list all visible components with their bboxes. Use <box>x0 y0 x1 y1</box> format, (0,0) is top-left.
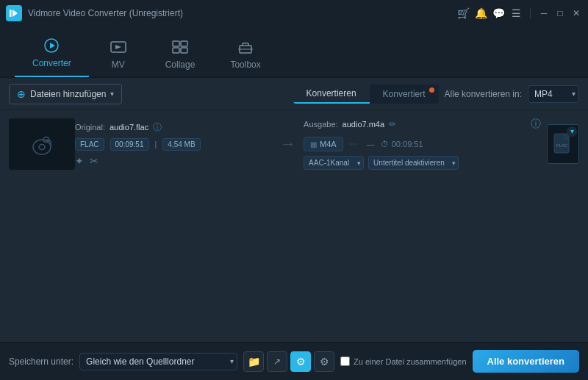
output-info-icon[interactable]: ⓘ <box>531 118 541 131</box>
app-logo <box>6 5 22 21</box>
convert-all-label: Alle konvertieren in: <box>445 89 522 99</box>
clock-icon: ⏱ <box>381 140 389 148</box>
settings-icon-button[interactable]: ⚙ <box>290 351 311 372</box>
output-format-label: M4A <box>320 140 337 148</box>
bottom-icons: 📁 ↗ ⚙ ⚙ <box>243 351 334 372</box>
tab-toolbox-label: Toolbox <box>230 60 260 70</box>
dash-icon: — <box>367 140 375 148</box>
size-tag: 4,54 MB <box>162 138 200 151</box>
merge-label[interactable]: Zu einer Datei zusammenfügen <box>354 357 466 366</box>
svg-rect-9 <box>181 48 187 53</box>
tab-mv-label: MV <box>112 60 125 70</box>
grid-icon: ▦ <box>310 140 317 148</box>
titlebar: Vidmore Video Converter (Unregistriert) … <box>0 0 588 26</box>
maximize-button[interactable]: □ <box>554 7 566 19</box>
file-item: Original: audio7.flac ⓘ FLAC 00:09:51 | … <box>9 118 579 170</box>
audio-channel-select[interactable]: AAC-1Kanal AAC-2Kanal <box>304 156 364 170</box>
merge-checkbox-row: Zu einer Datei zusammenfügen <box>340 356 466 366</box>
tab-converter[interactable]: Converter <box>15 32 89 77</box>
convert-settings-icon: ⚙ <box>320 356 329 368</box>
collage-icon <box>171 40 189 57</box>
settings-icon: ⚙ <box>296 356 306 368</box>
svg-point-13 <box>39 144 45 149</box>
file-thumbnail <box>9 118 75 170</box>
toolbox-icon <box>237 40 254 57</box>
converted-tab-label: Konvertiert <box>383 89 426 99</box>
edit-icon[interactable]: ✏ <box>389 119 396 129</box>
subtitle-wrapper: Untertitel deaktivieren Untertitel aktiv… <box>368 156 459 170</box>
toolbar: ⊕ Dateien hinzufügen ▾ Konvertieren Konv… <box>0 78 588 110</box>
bottom-bar: Speichern unter: Gleich wie den Quelllor… <box>0 342 588 380</box>
svg-text:FLAC: FLAC <box>556 143 568 148</box>
settings-dots-icon[interactable]: ⋯ <box>349 139 358 149</box>
chat-icon[interactable]: 💬 <box>492 7 505 20</box>
subtitle-select[interactable]: Untertitel deaktivieren Untertitel aktiv… <box>368 156 459 170</box>
merge-checkbox[interactable] <box>340 356 350 366</box>
arrow-section: → <box>273 135 304 154</box>
file-meta-top: Original: audio7.flac ⓘ <box>75 121 273 134</box>
cart-icon[interactable]: 🛒 <box>456 7 470 20</box>
add-files-label: Dateien hinzufügen <box>30 89 106 99</box>
file-info-section: Original: audio7.flac ⓘ FLAC 00:09:51 | … <box>75 121 273 167</box>
save-path-wrapper: Gleich wie den Quelllordner <box>79 353 237 370</box>
converted-tab-button[interactable]: Konvertiert <box>370 85 439 104</box>
file-actions: ✦ ✂ <box>75 155 273 167</box>
tab-toolbox[interactable]: Toolbox <box>212 34 278 77</box>
open-folder-icon: ↗ <box>273 356 281 367</box>
minimize-button[interactable]: ─ <box>538 7 550 19</box>
chevron-down-icon: ▾ <box>570 127 574 135</box>
convert-all-button[interactable]: Alle konvertieren <box>473 350 580 373</box>
star-icon[interactable]: ✦ <box>75 155 84 167</box>
svg-rect-8 <box>173 48 179 53</box>
convert-tab-label: Konvertieren <box>306 88 356 98</box>
tab-collage[interactable]: Collage <box>148 34 213 77</box>
menu-icon[interactable]: ☰ <box>509 7 523 20</box>
file-info-icon[interactable]: ⓘ <box>153 121 162 134</box>
convert-tab-button[interactable]: Konvertieren <box>293 85 370 104</box>
output-format-row: ▦ M4A ⋯ — ⏱ 00:09:51 <box>304 137 541 151</box>
tab-mv[interactable]: MV <box>89 34 148 77</box>
output-thumb[interactable]: FLAC ▾ <box>547 124 579 164</box>
plus-icon: ⊕ <box>17 88 26 100</box>
output-thumb-badge: ▾ <box>567 126 577 137</box>
separator: | <box>155 140 157 148</box>
titlebar-actions: 🛒 🔔 💬 ☰ ─ □ ✕ <box>456 7 582 20</box>
output-label: Ausgabe: <box>304 120 337 129</box>
bell-icon[interactable]: 🔔 <box>474 7 487 20</box>
output-selects: AAC-1Kanal AAC-2Kanal Untertitel deaktiv… <box>304 156 541 170</box>
add-files-button[interactable]: ⊕ Dateien hinzufügen ▾ <box>9 84 122 104</box>
convert-settings-button[interactable]: ⚙ <box>314 351 334 372</box>
tab-collage-label: Collage <box>165 60 196 70</box>
main-content: Original: audio7.flac ⓘ FLAC 00:09:51 | … <box>0 110 588 342</box>
format-tag: FLAC <box>75 138 104 151</box>
audio-channel-wrapper: AAC-1Kanal AAC-2Kanal <box>304 156 364 170</box>
file-tags: FLAC 00:09:51 | 4,54 MB <box>75 138 273 151</box>
duration-tag: 00:09:51 <box>110 138 149 151</box>
tab-converter-label: Converter <box>32 58 71 68</box>
app-title: Vidmore Video Converter (Unregistriert) <box>28 8 456 18</box>
converter-icon <box>43 38 60 55</box>
output-section: Ausgabe: audio7.m4a ✏ ⓘ ▦ M4A ⋯ — ⏱ 00:0… <box>304 118 541 170</box>
save-path-select[interactable]: Gleich wie den Quelllordner <box>79 353 237 370</box>
cut-icon[interactable]: ✂ <box>90 155 98 167</box>
svg-rect-6 <box>173 41 179 46</box>
svg-marker-4 <box>50 43 55 49</box>
mv-icon <box>110 40 127 57</box>
original-label: Original: <box>75 123 105 132</box>
svg-rect-2 <box>10 10 12 17</box>
folder-icon: 📁 <box>248 356 260 368</box>
format-select[interactable]: MP4 MKV AVI M4A MP3 <box>528 85 579 103</box>
close-button[interactable]: ✕ <box>570 7 582 19</box>
output-duration: 00:09:51 <box>392 140 423 148</box>
save-label: Speichern unter: <box>9 356 74 367</box>
open-folder-button[interactable]: ↗ <box>267 351 287 372</box>
duration-info: ⏱ 00:09:51 <box>381 140 423 148</box>
folder-icon-button[interactable]: 📁 <box>243 351 264 372</box>
dropdown-arrow-icon: ▾ <box>110 90 114 98</box>
converted-badge <box>429 87 434 93</box>
format-select-wrapper: MP4 MKV AVI M4A MP3 <box>528 85 579 103</box>
convert-tabs: Konvertieren Konvertiert <box>293 85 439 104</box>
convert-arrow-icon: → <box>280 135 296 154</box>
divider <box>530 7 531 19</box>
output-top: Ausgabe: audio7.m4a ✏ ⓘ <box>304 118 541 131</box>
